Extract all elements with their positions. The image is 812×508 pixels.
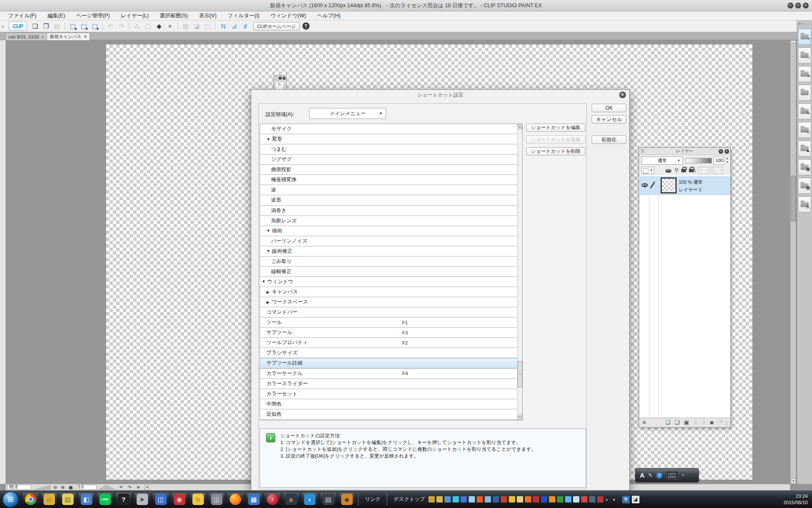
quick-launch-icon-18[interactable] <box>573 496 579 502</box>
palette-minimize-icon[interactable]: ─ <box>719 149 723 154</box>
dock-pose-button[interactable]: 人 <box>798 196 811 213</box>
rotate-cw-icon[interactable]: ↷ <box>128 484 132 491</box>
clip-homepage-button[interactable]: CLIPホームページ <box>253 22 300 30</box>
scroll-up-icon[interactable]: ▲ <box>518 124 522 130</box>
quick-launch-icon-6[interactable] <box>477 496 483 502</box>
set-reference-icon[interactable]: × <box>698 167 710 174</box>
list-item[interactable]: 曲面投影 <box>260 165 517 175</box>
setting-area-select[interactable]: メインメニュー ▼ <box>309 108 386 119</box>
quick-launch-icon-9[interactable] <box>501 496 507 502</box>
menu-item-6[interactable]: フィルター(I) <box>222 11 265 20</box>
opacity-stepper[interactable]: ▲▼ <box>725 157 730 165</box>
palette-close-icon[interactable]: × <box>724 149 729 154</box>
expand-arrow-icon[interactable]: ▶ <box>266 300 272 304</box>
quick-launch-icon-21[interactable] <box>597 496 604 502</box>
quick-launch-icon-7[interactable] <box>485 496 491 502</box>
close-button[interactable]: × <box>803 3 809 8</box>
mini-minimize-icon[interactable]: ─ <box>279 77 282 80</box>
maximize-button[interactable]: □ <box>795 3 801 8</box>
dialog-close-icon[interactable]: × <box>619 91 626 98</box>
list-item[interactable]: カラーセット <box>260 389 517 399</box>
taskbar-app-chat-blue[interactable]: ◗ <box>301 492 318 507</box>
start-button[interactable]: ⊞ <box>3 491 19 508</box>
reset-button[interactable]: 初期化 <box>592 135 626 144</box>
zoom-slider[interactable] <box>32 485 51 490</box>
taskbar-app-cursor-gray[interactable]: ➤ <box>134 492 151 507</box>
new-layer-dialog-icon[interactable]: ❏ <box>675 419 680 425</box>
taskbar-app-app-grid-blue[interactable]: ▦ <box>245 492 262 507</box>
ime-tools-icon[interactable]: ✎ <box>648 472 653 478</box>
desktop-toolbar-label[interactable]: デスクトップ <box>394 496 425 503</box>
quick-launch-icon-19[interactable] <box>581 496 587 502</box>
mini-palette-tool-icon[interactable]: ✎ <box>275 82 284 90</box>
lock-alpha-icon[interactable] <box>689 169 694 172</box>
new-layer-icon[interactable]: ❏ <box>665 419 670 425</box>
links-toolbar-label[interactable]: リンク <box>365 496 381 503</box>
snap-grid-icon[interactable]: ♯ <box>240 21 250 31</box>
collapse-arrow-icon[interactable]: ▼ <box>266 249 272 253</box>
delete-shortcut-button[interactable]: ショートカットを削除 <box>526 147 585 155</box>
menu-item-0[interactable]: ファイル(F) <box>3 11 42 20</box>
quick-launch-icon-10[interactable] <box>509 496 515 502</box>
ruler-icon[interactable]: ◺ <box>712 167 723 174</box>
quick-launch-icon-20[interactable] <box>589 496 595 502</box>
list-item[interactable]: ▼変形 <box>260 134 517 144</box>
quick-launch-icon-13[interactable] <box>533 496 539 502</box>
collapse-arrow-icon[interactable]: ▼ <box>262 279 267 284</box>
quick-launch-icon-2[interactable] <box>444 496 451 502</box>
zoom-value-field[interactable]: 85.8 <box>8 485 31 490</box>
collapse-arrow-icon[interactable]: ▼ <box>266 229 272 233</box>
quick-launch-icon-17[interactable] <box>565 496 571 502</box>
toolbar-grip[interactable] <box>387 494 388 505</box>
dock-3d-button[interactable]: ◇ <box>798 122 811 138</box>
list-item[interactable]: ▼描画 <box>260 226 517 236</box>
list-item[interactable]: カラースライダー <box>260 379 517 389</box>
mini-close-icon[interactable]: × <box>283 77 285 80</box>
expand-arrow-icon[interactable]: ▶ <box>266 290 272 294</box>
fill-icon[interactable]: ◆ <box>154 21 164 31</box>
dock-close-button[interactable]: × <box>798 66 811 82</box>
scroll-up-icon[interactable]: ▲ <box>791 40 796 46</box>
scroll-down-icon[interactable]: ▼ <box>791 478 796 484</box>
opacity-slider[interactable] <box>686 158 712 163</box>
taskbar-app-chrome[interactable] <box>22 492 39 507</box>
palette-menu-icon[interactable]: ☰ <box>641 149 644 153</box>
dock-layout-button[interactable]: ▦ <box>798 178 811 194</box>
cancel-button[interactable]: キャンセル <box>592 115 626 124</box>
clip-logo-button[interactable]: CLIP <box>8 22 27 31</box>
layer-stack-icon[interactable]: ≋ <box>642 419 647 425</box>
list-item[interactable]: サブツール詳細 <box>260 358 517 368</box>
list-item[interactable]: ▶キャンバス <box>260 287 517 297</box>
ok-button[interactable]: OK <box>592 104 626 112</box>
quick-launch-icon-5[interactable] <box>469 496 475 502</box>
list-item[interactable]: ごみ取り <box>260 257 517 267</box>
taskbar-app-notes-yellow[interactable]: ▤ <box>59 492 76 507</box>
fit-to-screen-icon[interactable]: ▣ <box>69 484 73 491</box>
quick-launch-icon-16[interactable] <box>557 496 563 502</box>
list-scrollbar[interactable]: ▲ ▼ <box>517 124 522 420</box>
collapse-arrow-icon[interactable]: ▼ <box>266 137 272 141</box>
quick-launch-icon-15[interactable] <box>549 496 555 502</box>
toolbar-grip[interactable] <box>358 494 359 505</box>
list-item[interactable]: 渦巻き <box>260 206 517 216</box>
rotate-ccw-icon[interactable]: ↶ <box>119 484 123 491</box>
list-item[interactable]: 線幅修正 <box>260 267 517 277</box>
menu-item-4[interactable]: 選択範囲(S) <box>154 11 194 20</box>
menu-item-2[interactable]: ページ管理(P) <box>71 11 115 20</box>
canvas-vertical-scrollbar[interactable]: ▲ ▼ <box>790 40 796 484</box>
layer-color-select[interactable]: ▼ <box>642 167 654 174</box>
list-item[interactable]: モザイク <box>260 124 517 134</box>
transform-icon[interactable]: × <box>165 21 175 31</box>
dock-draw-button[interactable]: ▣ <box>798 159 811 175</box>
tab-close-icon[interactable]: × <box>84 34 87 39</box>
tray-settings-icon[interactable]: ⚒ <box>622 496 630 503</box>
layer-mask-icon[interactable]: ◙ <box>710 419 713 425</box>
show-hidden-icons[interactable]: ▲ <box>612 497 616 501</box>
quick-launch-icon-0[interactable] <box>428 496 435 502</box>
taskbar-app-app-blue-2[interactable]: ◫ <box>152 492 169 507</box>
taskbar-app-floppy-gray[interactable]: ◫ <box>208 492 225 507</box>
open-file-icon[interactable]: ❐ <box>41 21 51 31</box>
list-item[interactable]: カラーサークルF4 <box>260 369 517 379</box>
help-icon[interactable]: ? <box>302 22 310 30</box>
taskbar-app-app-blue-1[interactable]: ◧ <box>78 492 95 507</box>
